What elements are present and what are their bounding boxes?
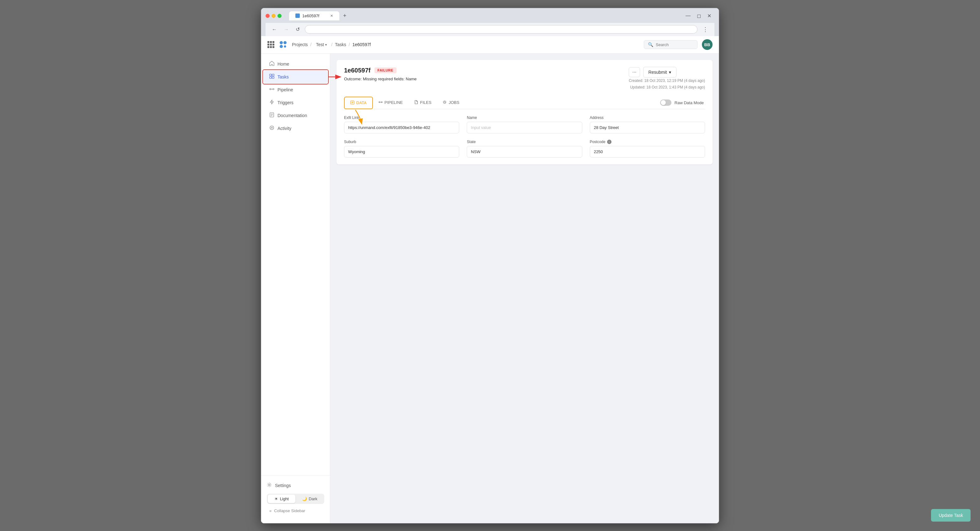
logo-icon <box>279 40 288 49</box>
sidebar-item-pipeline[interactable]: Pipeline <box>264 83 328 96</box>
data-tab-annotation-arrow <box>352 109 365 125</box>
name-input[interactable] <box>467 122 582 134</box>
form-field-postcode: Postcode i <box>590 140 705 157</box>
user-avatar[interactable]: BB <box>702 39 713 50</box>
window-restore-button[interactable]: ◻ <box>695 12 703 20</box>
documentation-icon <box>269 112 274 119</box>
close-button[interactable] <box>266 14 270 18</box>
breadcrumb-sep-1: / <box>310 42 312 47</box>
raw-data-toggle: Raw Data Mode <box>659 100 705 106</box>
suburb-label: Suburb <box>344 140 459 144</box>
resubmit-button[interactable]: Resubmit ▾ <box>643 67 676 78</box>
task-created: Created: 18 Oct 2023, 12:19 PM (4 days a… <box>629 78 705 84</box>
breadcrumb-test-dropdown[interactable]: Test ▾ <box>314 41 329 48</box>
theme-light-label: Light <box>280 496 289 501</box>
back-button[interactable]: ← <box>270 25 279 33</box>
collapse-label: Collapse Sidebar <box>274 509 305 513</box>
outcome-text: Missing required fields: Name <box>363 76 417 81</box>
collapse-sidebar-button[interactable]: « Collapse Sidebar <box>264 506 328 516</box>
search-input[interactable] <box>656 42 694 47</box>
browser-chrome: 1e60597f ✕ + — ◻ ✕ ← → ↺ ⋮ <box>261 8 719 36</box>
outcome-label: Outcome: <box>344 76 362 81</box>
tab-jobs[interactable]: JOBS <box>437 97 465 109</box>
breadcrumb-tasks[interactable]: Tasks <box>335 42 346 47</box>
more-options-button[interactable]: ··· <box>629 67 640 77</box>
theme-toggle: ☀ Light 🌙 Dark <box>267 494 324 504</box>
address-bar[interactable] <box>305 25 697 33</box>
minimize-button[interactable] <box>272 14 275 18</box>
tab-data-label: DATA <box>356 100 367 105</box>
postcode-input[interactable] <box>590 146 705 157</box>
window-close-button[interactable]: ✕ <box>705 12 713 20</box>
theme-dark-label: Dark <box>309 496 317 501</box>
svg-rect-6 <box>270 76 272 78</box>
toggle-knob <box>661 100 666 105</box>
status-badge: FAILURE <box>374 67 397 73</box>
name-label: Name <box>467 116 582 120</box>
moon-icon: 🌙 <box>302 496 307 501</box>
state-label: State <box>467 140 582 144</box>
svg-point-11 <box>273 89 274 90</box>
refresh-button[interactable]: ↺ <box>294 25 302 33</box>
tab-close-icon[interactable]: ✕ <box>330 14 333 18</box>
task-id: 1e60597f <box>344 67 371 74</box>
breadcrumb: Projects / Test ▾ / Tasks / 1e60597f <box>292 41 371 48</box>
theme-dark-button[interactable]: 🌙 Dark <box>296 494 324 503</box>
window-controls <box>266 14 282 18</box>
sidebar: Home Tasks <box>261 54 330 523</box>
main-layout: Home Tasks <box>261 54 719 523</box>
tab-jobs-label: JOBS <box>449 100 459 105</box>
app-logo[interactable] <box>279 40 288 49</box>
sidebar-item-tasks[interactable]: Tasks <box>264 71 328 83</box>
breadcrumb-projects[interactable]: Projects <box>292 42 308 47</box>
state-input[interactable] <box>467 146 582 157</box>
main-content: 1e60597f FAILURE Outcome: Missing requir… <box>330 54 719 523</box>
resubmit-label: Resubmit <box>649 70 667 75</box>
sidebar-home-label: Home <box>277 62 289 67</box>
activity-icon <box>269 125 274 132</box>
tab-pipeline-label: PIPELINE <box>385 100 403 105</box>
header-search: 🔍 <box>644 40 697 49</box>
svg-point-10 <box>270 89 271 90</box>
tabs-bar: DATA <box>344 97 705 109</box>
browser-tab-active[interactable]: 1e60597f ✕ <box>289 11 339 21</box>
theme-light-button[interactable]: ☀ Light <box>268 494 295 503</box>
window-minimize-button[interactable]: — <box>684 12 692 20</box>
raw-data-toggle-switch[interactable] <box>660 100 671 106</box>
form-field-suburb: Suburb <box>344 140 459 157</box>
postcode-info-icon[interactable]: i <box>607 140 611 144</box>
tab-data[interactable]: DATA <box>344 97 373 109</box>
suburb-input[interactable] <box>344 146 459 157</box>
sidebar-item-triggers[interactable]: Triggers <box>264 96 328 109</box>
svg-point-14 <box>271 127 272 128</box>
tab-title: 1e60597f <box>302 13 319 18</box>
task-header-right: ··· Resubmit ▾ Created: 18 Oct 2023, 12:… <box>629 67 705 91</box>
svg-point-13 <box>270 126 274 130</box>
tasks-icon <box>269 74 274 80</box>
sidebar-tasks-label: Tasks <box>277 75 289 79</box>
breadcrumb-sep-3: / <box>349 42 350 47</box>
pipeline-tab-icon <box>379 100 383 105</box>
tab-files[interactable]: FILES <box>408 97 437 109</box>
forward-button[interactable]: → <box>282 25 291 33</box>
pipeline-icon <box>269 87 274 93</box>
maximize-button[interactable] <box>277 14 282 18</box>
new-tab-button[interactable]: + <box>340 11 349 21</box>
tab-files-label: FILES <box>420 100 431 105</box>
app-grid-icon[interactable] <box>267 41 274 48</box>
form-fields-grid: Exfil Link Name Address <box>344 116 705 157</box>
tab-pipeline[interactable]: PIPELINE <box>373 97 409 109</box>
svg-point-15 <box>269 484 270 485</box>
sidebar-item-settings[interactable]: Settings <box>264 479 328 492</box>
raw-data-label: Raw Data Mode <box>675 100 704 105</box>
sidebar-item-documentation[interactable]: Documentation <box>264 109 328 122</box>
browser-titlebar: 1e60597f ✕ + — ◻ ✕ <box>266 11 714 23</box>
address-input[interactable] <box>590 122 705 134</box>
breadcrumb-current: 1e60597f <box>353 42 371 47</box>
sidebar-item-home[interactable]: Home <box>264 58 328 70</box>
files-tab-icon <box>414 100 418 105</box>
app-container: Projects / Test ▾ / Tasks / 1e60597f 🔍 B… <box>261 36 719 523</box>
chevron-down-icon: ▾ <box>669 70 671 75</box>
sidebar-item-activity[interactable]: Activity <box>264 122 328 135</box>
browser-menu-button[interactable]: ⋮ <box>701 25 710 34</box>
